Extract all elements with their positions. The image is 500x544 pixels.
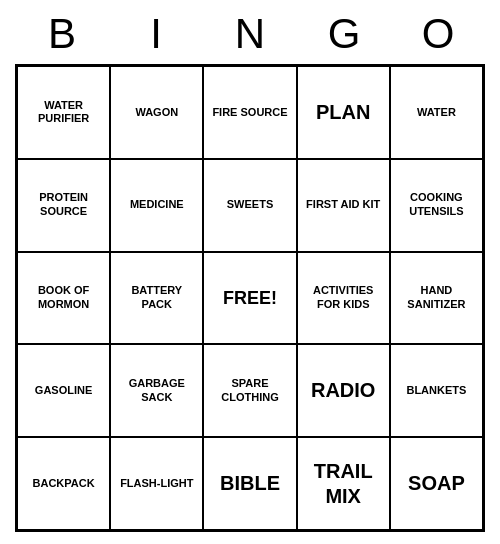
bingo-cell: WATER	[390, 66, 483, 159]
bingo-letter: I	[116, 10, 196, 58]
bingo-cell: PLAN	[297, 66, 390, 159]
bingo-grid: WATER PURIFIERWAGONFIRE SOURCEPLANWATERP…	[15, 64, 485, 532]
bingo-cell: GASOLINE	[17, 344, 110, 437]
bingo-cell: SPARE CLOTHING	[203, 344, 296, 437]
bingo-cell: TRAIL MIX	[297, 437, 390, 530]
bingo-letter: G	[304, 10, 384, 58]
bingo-cell: BOOK OF MORMON	[17, 252, 110, 345]
bingo-cell: BACKPACK	[17, 437, 110, 530]
bingo-cell: FLASH-LIGHT	[110, 437, 203, 530]
bingo-header: BINGO	[15, 0, 485, 64]
bingo-cell: SOAP	[390, 437, 483, 530]
bingo-cell: PROTEIN SOURCE	[17, 159, 110, 252]
bingo-cell: WAGON	[110, 66, 203, 159]
bingo-cell: SWEETS	[203, 159, 296, 252]
bingo-cell: WATER PURIFIER	[17, 66, 110, 159]
bingo-cell: GARBAGE SACK	[110, 344, 203, 437]
bingo-cell: HAND SANITIZER	[390, 252, 483, 345]
bingo-cell: ACTIVITIES FOR KIDS	[297, 252, 390, 345]
bingo-letter: O	[398, 10, 478, 58]
bingo-cell: MEDICINE	[110, 159, 203, 252]
bingo-cell: RADIO	[297, 344, 390, 437]
bingo-cell: BLANKETS	[390, 344, 483, 437]
bingo-letter: B	[22, 10, 102, 58]
bingo-cell: FIRST AID KIT	[297, 159, 390, 252]
bingo-letter: N	[210, 10, 290, 58]
bingo-cell: FIRE SOURCE	[203, 66, 296, 159]
bingo-cell: BATTERY PACK	[110, 252, 203, 345]
bingo-cell: COOKING UTENSILS	[390, 159, 483, 252]
bingo-cell: BIBLE	[203, 437, 296, 530]
bingo-cell: FREE!	[203, 252, 296, 345]
